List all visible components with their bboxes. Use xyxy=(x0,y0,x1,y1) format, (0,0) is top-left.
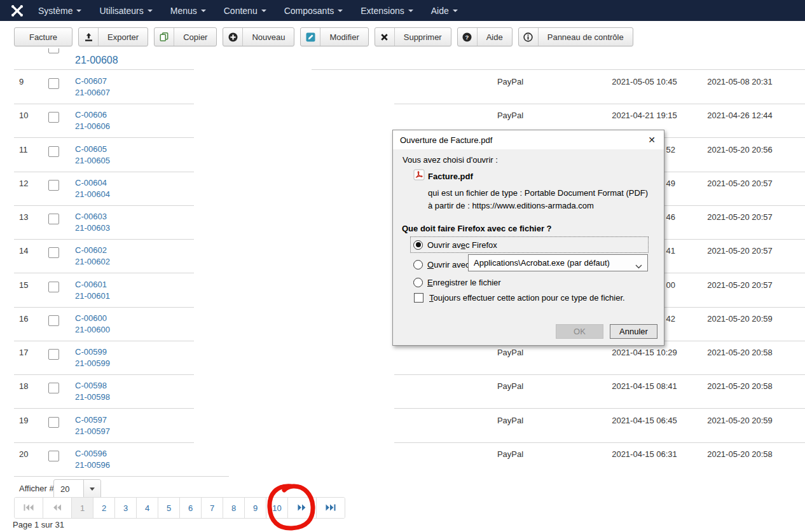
row-number: 9 xyxy=(19,77,24,86)
pagination-page-1[interactable]: 1 xyxy=(71,498,93,518)
invoice-link[interactable]: 21-00604 xyxy=(75,189,110,199)
pagination-page-5[interactable]: 5 xyxy=(158,498,179,518)
row-checkbox[interactable] xyxy=(48,78,59,89)
caret-down-icon xyxy=(90,488,95,491)
row-checkbox[interactable] xyxy=(48,451,59,461)
toolbar-button-copier[interactable]: Copier xyxy=(154,27,217,46)
toolbar-button-aide[interactable]: ?Aide xyxy=(457,27,513,46)
menubar-item-contenu[interactable]: Contenu xyxy=(215,0,275,21)
row-checkbox[interactable] xyxy=(48,214,59,224)
row-checkbox[interactable] xyxy=(48,146,59,157)
date-modified: 2021-04-26 12:44 xyxy=(699,111,780,120)
row-checkbox[interactable] xyxy=(48,417,59,428)
invoice-link[interactable]: C-00605 xyxy=(75,144,107,154)
toolbar-button-facture[interactable]: Facture xyxy=(14,27,72,46)
pagination-page-8[interactable]: 8 xyxy=(223,498,244,518)
pagination-page-4[interactable]: 4 xyxy=(136,498,158,518)
toolbar-button-exporter[interactable]: Exporter xyxy=(78,27,148,46)
date-modified: 2021-05-20 20:57 xyxy=(699,212,780,222)
invoice-link[interactable]: C-00603 xyxy=(75,212,107,221)
menubar-item-utilisateurs[interactable]: Utilisateurs xyxy=(90,0,161,21)
dialog-file-type: qui est un fichier de type : Portable Do… xyxy=(428,188,648,198)
invoice-link[interactable]: C-00604 xyxy=(75,178,107,188)
option-open-with-firefox[interactable]: Ouvrir avec Firefox xyxy=(410,236,649,253)
invoice-link[interactable]: 21-00597 xyxy=(75,426,110,436)
info-circle-icon xyxy=(519,28,539,46)
checkbox-icon[interactable] xyxy=(414,293,423,303)
invoice-link[interactable]: C-00602 xyxy=(75,245,107,255)
file-type-value: Portable Document Format (PDF) xyxy=(525,188,648,198)
menubar-item-menus[interactable]: Menus xyxy=(162,0,215,21)
invoice-link[interactable]: 21-00603 xyxy=(75,223,110,233)
pagination-page-10[interactable]: 10 xyxy=(266,498,287,518)
chevron-down-icon xyxy=(453,10,458,12)
pagination-next-button[interactable] xyxy=(287,498,316,518)
invoice-link[interactable]: 21-00600 xyxy=(75,325,110,334)
pagination-page-6[interactable]: 6 xyxy=(179,498,201,518)
pagination-page-9[interactable]: 9 xyxy=(244,498,266,518)
row-checkbox[interactable] xyxy=(48,112,59,123)
invoice-link[interactable]: C-00600 xyxy=(75,313,107,323)
toolbar-button-nouveau[interactable]: Nouveau xyxy=(223,27,294,46)
display-limit-dropdown-button[interactable] xyxy=(83,480,100,498)
cancel-button[interactable]: Annuler xyxy=(610,324,657,339)
invoice-link[interactable]: 21-00601 xyxy=(75,291,110,301)
option-label: Enregistrer le fichier xyxy=(427,278,501,287)
chevron-down-icon xyxy=(408,10,413,12)
invoice-link[interactable]: 21-00596 xyxy=(75,460,110,470)
toolbar-button-label: Modifier xyxy=(320,28,368,46)
option-label: Ouvrir avec xyxy=(427,260,469,269)
pagination-last-button[interactable] xyxy=(316,498,345,518)
radio-icon[interactable] xyxy=(413,278,423,287)
toolbar-button-label: Copier xyxy=(174,28,216,46)
row-checkbox[interactable] xyxy=(48,180,59,191)
row-checkbox[interactable] xyxy=(48,282,59,292)
invoice-link[interactable]: C-00596 xyxy=(75,449,107,458)
invoice-link[interactable]: C-00601 xyxy=(75,280,107,289)
invoice-link[interactable]: 21-00602 xyxy=(75,257,110,266)
dialog-file-source: à partir de : https://www.editions-armad… xyxy=(428,201,594,210)
menubar-item-syst-me[interactable]: Système xyxy=(29,0,90,21)
radio-selected-icon[interactable] xyxy=(413,240,423,250)
invoice-link[interactable]: C-00599 xyxy=(75,347,107,357)
invoice-link[interactable]: 21-00598 xyxy=(75,392,110,402)
pagination-page-7[interactable]: 7 xyxy=(201,498,223,518)
invoice-link[interactable]: 21-00607 xyxy=(75,88,110,97)
row-number: 19 xyxy=(19,416,28,425)
invoice-link[interactable]: 21-00606 xyxy=(75,121,110,131)
application-dropdown[interactable]: Applications\Acrobat.exe (par défaut) xyxy=(468,254,648,271)
file-source-label: à partir de : xyxy=(428,201,470,210)
invoice-link[interactable]: 21-00599 xyxy=(75,358,110,368)
row-checkbox[interactable] xyxy=(48,349,59,360)
row-number: 20 xyxy=(19,449,28,459)
chevron-down-icon xyxy=(76,10,81,12)
invoice-link[interactable]: C-00597 xyxy=(75,415,107,425)
option-save-file[interactable]: Enregistrer le fichier xyxy=(410,274,649,290)
row-checkbox[interactable] xyxy=(48,315,59,326)
menubar-item-label: Extensions xyxy=(361,6,404,16)
invoice-link[interactable]: C-00598 xyxy=(75,381,107,390)
invoice-link[interactable]: 21-00608 xyxy=(75,55,118,66)
chevron-down-icon xyxy=(261,10,266,12)
invoice-link[interactable]: C-00606 xyxy=(75,110,107,119)
row-checkbox[interactable] xyxy=(48,48,59,53)
ok-button[interactable]: OK xyxy=(556,324,603,339)
toolbar-button-panneau-de-contr-le[interactable]: Panneau de contrôle xyxy=(518,27,633,46)
menubar-item-extensions[interactable]: Extensions xyxy=(352,0,422,21)
invoice-link[interactable]: 21-00605 xyxy=(75,156,110,165)
row-checkbox[interactable] xyxy=(48,383,59,393)
row-checkbox[interactable] xyxy=(48,247,59,258)
invoice-link[interactable]: C-00607 xyxy=(75,76,107,86)
menubar-item-label: Contenu xyxy=(224,6,258,16)
display-limit-select[interactable]: 20 xyxy=(53,479,101,499)
always-do-this-checkbox-row[interactable]: Toujours effectuer cette action pour ce … xyxy=(414,293,625,303)
pagination-page-2[interactable]: 2 xyxy=(93,498,114,518)
checkbox-label: Toujours effectuer cette action pour ce … xyxy=(429,293,625,303)
radio-icon[interactable] xyxy=(413,260,423,269)
toolbar-button-modifier[interactable]: Modifier xyxy=(300,27,368,46)
pagination-page-3[interactable]: 3 xyxy=(114,498,136,518)
menubar-item-aide[interactable]: Aide xyxy=(422,0,467,21)
toolbar-button-supprimer[interactable]: Supprimer xyxy=(375,27,451,46)
close-icon[interactable]: ✕ xyxy=(645,133,658,146)
menubar-item-composants[interactable]: Composants xyxy=(275,0,352,21)
